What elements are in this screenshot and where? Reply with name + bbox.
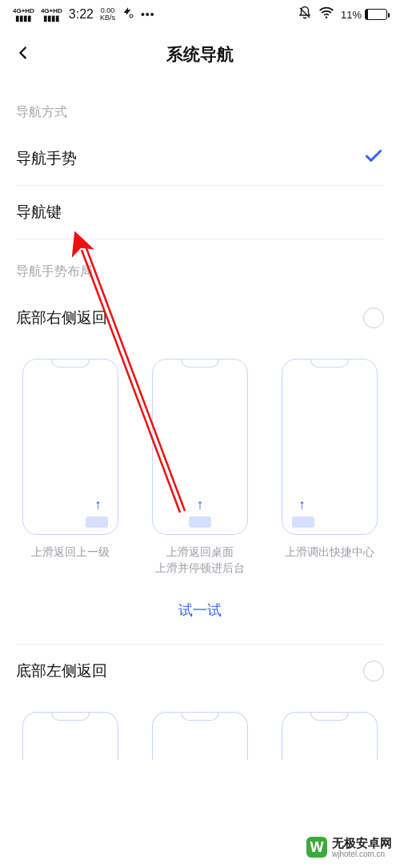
section-label-gesture-layout: 导航手势布局 bbox=[0, 239, 400, 291]
battery-percent: 11% bbox=[341, 9, 362, 21]
status-time: 3:22 bbox=[69, 7, 94, 22]
layout-right-row[interactable]: 底部右侧返回 bbox=[0, 291, 400, 344]
more-icon: ••• bbox=[141, 8, 155, 21]
svg-point-1 bbox=[326, 17, 328, 19]
option-gesture[interactable]: 导航手势 bbox=[0, 132, 400, 185]
check-icon bbox=[363, 146, 384, 171]
watermark-name: 无极安卓网 bbox=[332, 837, 392, 850]
phone-preview-icon bbox=[282, 712, 378, 760]
arrow-up-icon: ↑ bbox=[298, 496, 306, 513]
network-speed: 0.00 KB/s bbox=[100, 7, 115, 22]
arrow-up-icon: ↑ bbox=[197, 496, 204, 513]
status-bar: 4G+HD ▮▮▮▮ 4G+HD ▮▮▮▮ 3:22 0.00 KB/s ••• bbox=[0, 0, 400, 29]
preview-item: ↑ 上滑调出快捷中心 bbox=[274, 359, 386, 577]
status-right: 11% bbox=[298, 5, 387, 24]
phone-preview-icon bbox=[22, 712, 118, 760]
phone-preview-icon: ↑ bbox=[152, 359, 248, 535]
svg-point-0 bbox=[130, 14, 133, 18]
layout-left-title: 底部左侧返回 bbox=[16, 661, 107, 681]
preview-item: ↑ 上滑返回上一级 bbox=[14, 359, 126, 577]
back-button[interactable] bbox=[14, 42, 32, 67]
preview-row-left-partial bbox=[0, 697, 400, 760]
screen: 4G+HD ▮▮▮▮ 4G+HD ▮▮▮▮ 3:22 0.00 KB/s ••• bbox=[0, 0, 400, 868]
page-title: 系统导航 bbox=[0, 43, 400, 66]
radio-unchecked-icon[interactable] bbox=[363, 661, 384, 681]
preview-caption: 上滑调出快捷中心 bbox=[285, 545, 374, 577]
phone-preview-icon: ↑ bbox=[282, 359, 378, 535]
phone-preview-icon bbox=[152, 712, 248, 760]
try-button[interactable]: 试一试 bbox=[0, 581, 400, 644]
option-keys-label: 导航键 bbox=[16, 202, 62, 223]
phone-preview-icon: ↑ bbox=[22, 359, 118, 535]
preview-item bbox=[274, 712, 386, 760]
preview-item bbox=[144, 712, 256, 760]
signal-1-icon: 4G+HD ▮▮▮▮ bbox=[13, 7, 34, 22]
preview-caption: 上滑返回桌面 上滑并停顿进后台 bbox=[155, 545, 245, 577]
preview-caption: 上滑返回上一级 bbox=[31, 545, 110, 577]
dnd-icon bbox=[298, 6, 312, 23]
radio-unchecked-icon[interactable] bbox=[363, 307, 384, 328]
watermark: W 无极安卓网 wjhotel.com.cn bbox=[303, 835, 395, 861]
option-keys[interactable]: 导航键 bbox=[0, 186, 400, 239]
layout-right-title: 底部右侧返回 bbox=[16, 307, 107, 328]
page-header: 系统导航 bbox=[0, 29, 400, 80]
preview-item bbox=[14, 712, 126, 760]
watermark-url: wjhotel.com.cn bbox=[332, 850, 392, 858]
section-label-nav-mode: 导航方式 bbox=[0, 80, 400, 132]
wifi-icon bbox=[318, 5, 334, 24]
battery-indicator: 11% bbox=[341, 9, 387, 21]
watermark-logo-icon: W bbox=[306, 837, 327, 858]
status-left: 4G+HD ▮▮▮▮ 4G+HD ▮▮▮▮ 3:22 0.00 KB/s ••• bbox=[13, 6, 155, 22]
battery-icon bbox=[365, 9, 387, 20]
arrow-up-icon: ↑ bbox=[94, 496, 102, 513]
preview-item: ↑ 上滑返回桌面 上滑并停顿进后台 bbox=[144, 359, 256, 577]
layout-left-row[interactable]: 底部左侧返回 bbox=[0, 645, 400, 697]
hotspot-icon bbox=[122, 6, 134, 22]
signal-2-icon: 4G+HD ▮▮▮▮ bbox=[41, 7, 62, 22]
option-gesture-label: 导航手势 bbox=[16, 148, 77, 169]
preview-row-right: ↑ 上滑返回上一级 ↑ 上滑返回桌面 上滑并停顿进后台 ↑ 上滑调出快捷中心 bbox=[0, 344, 400, 581]
